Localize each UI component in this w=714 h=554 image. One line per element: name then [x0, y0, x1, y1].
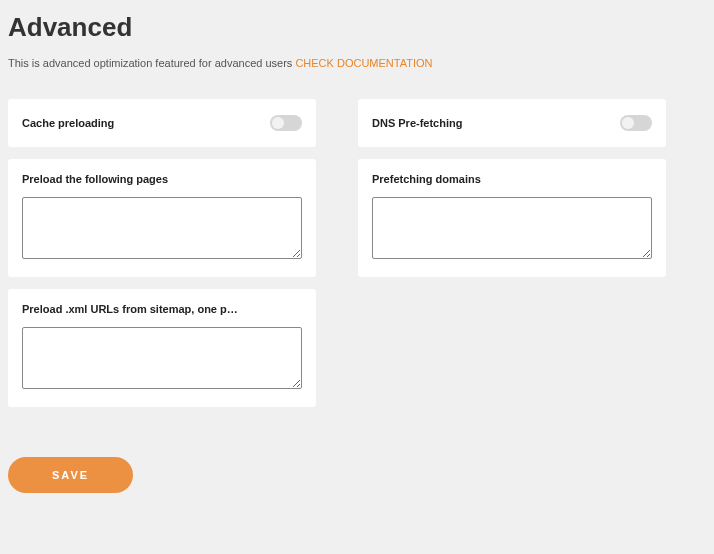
- preload-pages-textarea[interactable]: [22, 197, 302, 259]
- cache-preloading-toggle[interactable]: [270, 115, 302, 131]
- dns-prefetching-card: DNS Pre-fetching: [358, 99, 666, 147]
- page-subtitle: This is advanced optimization featured f…: [8, 57, 706, 69]
- prefetching-domains-label: Prefetching domains: [372, 173, 652, 185]
- page-title: Advanced: [8, 12, 706, 43]
- preload-sitemap-card: Preload .xml URLs from sitemap, one p…: [8, 289, 316, 407]
- columns-container: Cache preloading Preload the following p…: [8, 99, 706, 407]
- preload-sitemap-textarea[interactable]: [22, 327, 302, 389]
- left-column: Cache preloading Preload the following p…: [8, 99, 316, 407]
- footer: SAVE: [8, 457, 706, 493]
- save-button[interactable]: SAVE: [8, 457, 133, 493]
- check-documentation-link[interactable]: CHECK DOCUMENTATION: [295, 57, 432, 69]
- dns-prefetching-label: DNS Pre-fetching: [372, 117, 462, 129]
- right-column: DNS Pre-fetching Prefetching domains: [358, 99, 666, 277]
- preload-sitemap-label: Preload .xml URLs from sitemap, one p…: [22, 303, 302, 315]
- prefetching-domains-textarea[interactable]: [372, 197, 652, 259]
- preload-pages-label: Preload the following pages: [22, 173, 302, 185]
- dns-prefetching-toggle[interactable]: [620, 115, 652, 131]
- cache-preloading-card: Cache preloading: [8, 99, 316, 147]
- prefetching-domains-card: Prefetching domains: [358, 159, 666, 277]
- cache-preloading-label: Cache preloading: [22, 117, 114, 129]
- subtitle-text: This is advanced optimization featured f…: [8, 57, 295, 69]
- preload-pages-card: Preload the following pages: [8, 159, 316, 277]
